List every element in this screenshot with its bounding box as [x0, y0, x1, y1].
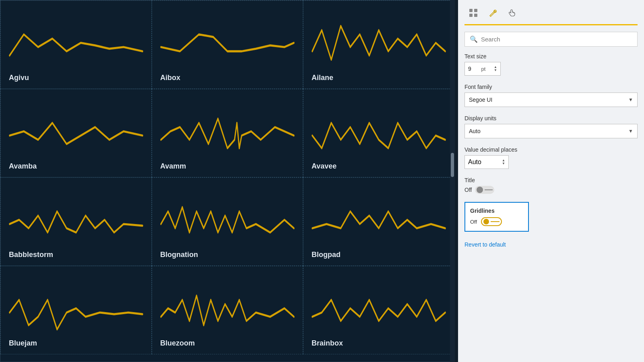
sparkline-cell-blogpad[interactable]: Blogpad — [303, 177, 454, 266]
sparkline-label-agivu: Agivu — [9, 74, 151, 82]
decimal-places-label: Value decimal places — [464, 146, 638, 153]
title-toggle-circle — [477, 187, 483, 193]
display-units-section: Display units Auto ▼ — [464, 115, 638, 138]
sparkline-cell-avamm[interactable]: Avamm — [152, 89, 303, 177]
display-units-value: Auto — [469, 128, 481, 134]
sparkline-cell-aibox[interactable]: Aibox — [152, 0, 303, 89]
font-family-label: Font family — [464, 84, 638, 90]
gridlines-toggle-circle — [483, 219, 489, 224]
svg-rect-1 — [474, 9, 477, 12]
gridlines-toggle-dash — [491, 221, 500, 222]
text-size-label: Text size — [464, 53, 638, 60]
decimal-places-value: Auto — [468, 158, 481, 166]
search-input[interactable] — [481, 36, 632, 43]
display-units-label: Display units — [464, 115, 638, 121]
search-icon: 🔍 — [470, 35, 478, 43]
title-label: Title — [464, 177, 638, 183]
font-family-section: Font family Segoe UI ▼ — [464, 84, 638, 107]
decimal-down[interactable]: ▼ — [502, 162, 505, 165]
font-family-dropdown[interactable]: Segoe UI ▼ — [464, 93, 638, 107]
sparkline-label-blognation: Blognation — [160, 251, 303, 259]
svg-rect-3 — [474, 14, 477, 17]
sparkline-cell-bluezoom[interactable]: Bluezoom — [152, 266, 303, 354]
sparkline-grid: AgivuAiboxAilaneAvambaAvammAvaveeBabbles… — [0, 0, 455, 362]
sparkline-label-bluejam: Bluejam — [9, 339, 151, 348]
text-size-down[interactable]: ▼ — [494, 69, 497, 72]
decimal-places-spinner[interactable]: Auto ▲ ▼ — [464, 155, 509, 169]
sparkline-cell-blognation[interactable]: Blognation — [152, 177, 303, 266]
brush-view-icon[interactable] — [484, 5, 502, 21]
sparkline-cell-brainbox[interactable]: Brainbox — [303, 266, 454, 354]
display-units-dropdown[interactable]: Auto ▼ — [464, 124, 638, 138]
grid-view-icon[interactable] — [464, 5, 482, 21]
title-section: Title Off — [464, 177, 638, 194]
sparkline-label-aibox: Aibox — [160, 74, 303, 82]
sparkline-cell-avavee[interactable]: Avavee — [303, 89, 454, 177]
revert-default-link[interactable]: Revert to default — [464, 241, 638, 248]
pt-label: pt — [481, 66, 486, 72]
sparkline-label-avamba: Avamba — [9, 162, 151, 171]
text-size-spinners[interactable]: ▲ ▼ — [494, 66, 497, 72]
sparkline-label-babblestorm: Babblestorm — [9, 251, 151, 259]
gridlines-toggle-label: Off — [470, 219, 477, 225]
text-size-control[interactable]: 9 pt ▲ ▼ — [464, 62, 501, 76]
sparkline-cell-babblestorm[interactable]: Babblestorm — [0, 177, 152, 266]
gridlines-title: Gridlines — [470, 208, 523, 214]
display-units-arrow: ▼ — [628, 128, 633, 134]
sparkline-cell-agivu[interactable]: Agivu — [0, 0, 152, 89]
hand-view-icon[interactable] — [503, 5, 521, 21]
svg-rect-2 — [469, 14, 473, 17]
main-chart-area: AgivuAiboxAilaneAvambaAvammAvaveeBabbles… — [0, 0, 455, 362]
decimal-places-section: Value decimal places Auto ▲ ▼ — [464, 146, 638, 169]
sparkline-cell-ailane[interactable]: Ailane — [303, 0, 454, 89]
sparkline-label-blogpad: Blogpad — [312, 251, 454, 259]
sparkline-label-brainbox: Brainbox — [312, 339, 454, 348]
gridlines-box: Gridlines Off — [464, 202, 529, 232]
sparkline-label-bluezoom: Bluezoom — [160, 339, 303, 348]
panel-icon-row — [464, 5, 638, 25]
gridlines-toggle-row: Off — [470, 217, 523, 226]
font-family-arrow: ▼ — [628, 97, 633, 103]
sparkline-cell-bluejam[interactable]: Bluejam — [0, 266, 152, 354]
panel-divider — [455, 0, 458, 362]
svg-rect-0 — [469, 9, 473, 12]
text-size-section: Text size 9 pt ▲ ▼ — [464, 53, 638, 76]
sparkline-label-avavee: Avavee — [312, 162, 454, 171]
text-size-value: 9 — [468, 66, 471, 72]
font-family-value: Segoe UI — [469, 97, 492, 103]
search-box[interactable]: 🔍 — [464, 32, 638, 47]
sparkline-label-avamm: Avamm — [160, 162, 303, 171]
sparkline-cell-avamba[interactable]: Avamba — [0, 89, 152, 177]
title-toggle[interactable] — [475, 186, 494, 194]
scrollbar-track[interactable] — [450, 0, 455, 362]
sparkline-label-ailane: Ailane — [312, 74, 454, 82]
title-toggle-label: Off — [464, 187, 472, 193]
title-toggle-dash — [485, 189, 493, 190]
settings-panel: 🔍 Text size 9 pt ▲ ▼ Font family Segoe U… — [458, 0, 644, 362]
gridlines-toggle[interactable] — [481, 217, 502, 226]
decimal-spinners[interactable]: ▲ ▼ — [502, 159, 505, 165]
title-toggle-row: Off — [464, 186, 638, 194]
